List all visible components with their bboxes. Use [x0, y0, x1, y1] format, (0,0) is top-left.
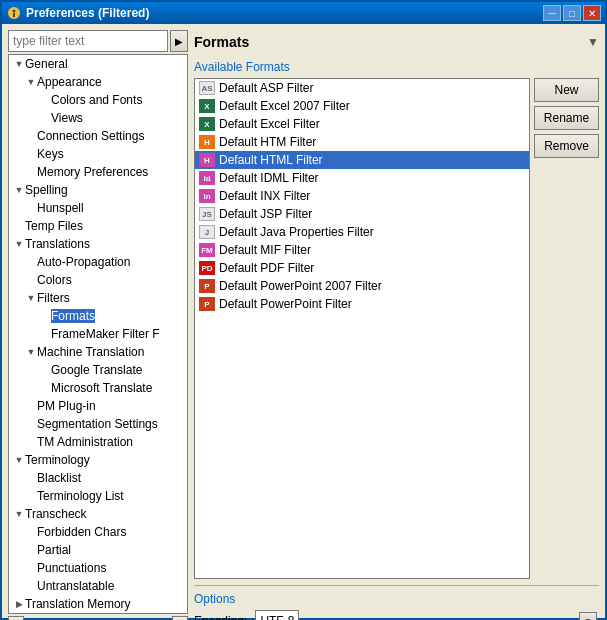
- tree-item-segmentation[interactable]: Segmentation Settings: [9, 415, 187, 433]
- label-general[interactable]: General: [25, 57, 68, 71]
- expander-machine-translation[interactable]: ▼: [25, 346, 37, 358]
- format-label-mif[interactable]: Default MIF Filter: [219, 243, 311, 257]
- tree-item-framemaker[interactable]: FrameMaker Filter F: [9, 325, 187, 343]
- tree-item-formats[interactable]: Formats: [9, 307, 187, 325]
- format-label-idml[interactable]: Default IDML Filter: [219, 171, 319, 185]
- format-item-inx[interactable]: In Default INX Filter: [195, 187, 529, 205]
- expander-appearance[interactable]: ▼: [25, 76, 37, 88]
- label-machine-translation[interactable]: Machine Translation: [37, 345, 144, 359]
- format-label-html[interactable]: Default HTML Filter: [219, 153, 323, 167]
- label-forbidden-chars[interactable]: Forbidden Chars: [37, 525, 126, 539]
- format-label-htm[interactable]: Default HTM Filter: [219, 135, 316, 149]
- label-transcheck[interactable]: Transcheck: [25, 507, 87, 521]
- tree-item-spelling[interactable]: ▼ Spelling: [9, 181, 187, 199]
- label-colors[interactable]: Colors: [37, 273, 72, 287]
- formats-list[interactable]: AS Default ASP Filter X Default Excel 20…: [194, 78, 530, 579]
- panel-collapse-arrow[interactable]: ▼: [587, 35, 599, 49]
- tree-item-punctuations[interactable]: Punctuations: [9, 559, 187, 577]
- label-framemaker[interactable]: FrameMaker Filter F: [51, 327, 160, 341]
- tree-item-general[interactable]: ▼ General: [9, 55, 187, 73]
- format-item-java[interactable]: J Default Java Properties Filter: [195, 223, 529, 241]
- tree-item-auto-propagation[interactable]: Auto-Propagation: [9, 253, 187, 271]
- label-keys[interactable]: Keys: [37, 147, 64, 161]
- format-label-pptx[interactable]: Default PowerPoint 2007 Filter: [219, 279, 382, 293]
- label-punctuations[interactable]: Punctuations: [37, 561, 106, 575]
- tree-item-connection[interactable]: Connection Settings: [9, 127, 187, 145]
- tree-item-appearance[interactable]: ▼ Appearance: [9, 73, 187, 91]
- label-terminology[interactable]: Terminology: [25, 453, 90, 467]
- label-auto-propagation[interactable]: Auto-Propagation: [37, 255, 130, 269]
- format-label-ppt[interactable]: Default PowerPoint Filter: [219, 297, 352, 311]
- format-label-java[interactable]: Default Java Properties Filter: [219, 225, 374, 239]
- format-label-inx[interactable]: Default INX Filter: [219, 189, 310, 203]
- label-translation-memory[interactable]: Translation Memory: [25, 597, 131, 611]
- format-item-pptx[interactable]: P Default PowerPoint 2007 Filter: [195, 277, 529, 295]
- expander-filters[interactable]: ▼: [25, 292, 37, 304]
- tree-item-keys[interactable]: Keys: [9, 145, 187, 163]
- tree-item-partial[interactable]: Partial: [9, 541, 187, 559]
- tree-item-forbidden-chars[interactable]: Forbidden Chars: [9, 523, 187, 541]
- label-spelling[interactable]: Spelling: [25, 183, 68, 197]
- format-item-htm[interactable]: H Default HTM Filter: [195, 133, 529, 151]
- tree-scroll-left[interactable]: ◀: [8, 616, 24, 620]
- format-item-idml[interactable]: Id Default IDML Filter: [195, 169, 529, 187]
- tree-item-google-translate[interactable]: Google Translate: [9, 361, 187, 379]
- expander-translation-memory[interactable]: ▶: [13, 598, 25, 610]
- label-pm-plugin[interactable]: PM Plug-in: [37, 399, 96, 413]
- encoding-select[interactable]: UTF-8: [255, 610, 299, 620]
- label-microsoft-translate[interactable]: Microsoft Translate: [51, 381, 152, 395]
- label-blacklist[interactable]: Blacklist: [37, 471, 81, 485]
- label-partial[interactable]: Partial: [37, 543, 71, 557]
- tree-container[interactable]: ▼ General ▼ Appearance: [8, 54, 188, 614]
- label-translations[interactable]: Translations: [25, 237, 90, 251]
- new-button[interactable]: New: [534, 78, 599, 102]
- label-hunspell[interactable]: Hunspell: [37, 201, 84, 215]
- tree-item-transcheck[interactable]: ▼ Transcheck: [9, 505, 187, 523]
- label-filters[interactable]: Filters: [37, 291, 70, 305]
- expander-terminology[interactable]: ▼: [13, 454, 25, 466]
- expander-translations[interactable]: ▼: [13, 238, 25, 250]
- format-item-excel2007[interactable]: X Default Excel 2007 Filter: [195, 97, 529, 115]
- label-terminology-list[interactable]: Terminology List: [37, 489, 124, 503]
- maximize-button[interactable]: □: [563, 5, 581, 21]
- label-connection[interactable]: Connection Settings: [37, 129, 144, 143]
- tree-item-blacklist[interactable]: Blacklist: [9, 469, 187, 487]
- remove-button[interactable]: Remove: [534, 134, 599, 158]
- label-temp-files[interactable]: Temp Files: [25, 219, 83, 233]
- tree-item-translations[interactable]: ▼ Translations: [9, 235, 187, 253]
- label-colors-fonts[interactable]: Colors and Fonts: [51, 93, 142, 107]
- label-formats[interactable]: Formats: [51, 309, 95, 323]
- format-item-pdf[interactable]: PD Default PDF Filter: [195, 259, 529, 277]
- format-item-excel[interactable]: X Default Excel Filter: [195, 115, 529, 133]
- format-item-jsp[interactable]: JS Default JSP Filter: [195, 205, 529, 223]
- tree-item-pm-plugin[interactable]: PM Plug-in: [9, 397, 187, 415]
- label-tm-admin[interactable]: TM Administration: [37, 435, 133, 449]
- tree-scroll-right[interactable]: ▶: [172, 616, 188, 620]
- label-google-translate[interactable]: Google Translate: [51, 363, 142, 377]
- format-label-excel2007[interactable]: Default Excel 2007 Filter: [219, 99, 350, 113]
- tree-item-translation-memory[interactable]: ▶ Translation Memory: [9, 595, 187, 613]
- minimize-button[interactable]: ─: [543, 5, 561, 21]
- format-label-excel[interactable]: Default Excel Filter: [219, 117, 320, 131]
- label-views[interactable]: Views: [51, 111, 83, 125]
- expander-general[interactable]: ▼: [13, 58, 25, 70]
- filter-button[interactable]: ▶: [170, 30, 188, 52]
- expander-spelling[interactable]: ▼: [13, 184, 25, 196]
- tree-item-terminology-list[interactable]: Terminology List: [9, 487, 187, 505]
- label-untranslatable[interactable]: Untranslatable: [37, 579, 114, 593]
- format-item-ppt[interactable]: P Default PowerPoint Filter: [195, 295, 529, 313]
- format-label-asp[interactable]: Default ASP Filter: [219, 81, 314, 95]
- tree-item-terminology[interactable]: ▼ Terminology: [9, 451, 187, 469]
- format-label-pdf[interactable]: Default PDF Filter: [219, 261, 314, 275]
- tree-item-temp-files[interactable]: Temp Files: [9, 217, 187, 235]
- expander-transcheck[interactable]: ▼: [13, 508, 25, 520]
- tree-item-untranslatable[interactable]: Untranslatable: [9, 577, 187, 595]
- filter-input[interactable]: [8, 30, 168, 52]
- tree-item-filters[interactable]: ▼ Filters: [9, 289, 187, 307]
- tree-item-colors-fonts[interactable]: Colors and Fonts: [9, 91, 187, 109]
- label-appearance[interactable]: Appearance: [37, 75, 102, 89]
- label-segmentation[interactable]: Segmentation Settings: [37, 417, 158, 431]
- tree-item-microsoft-translate[interactable]: Microsoft Translate: [9, 379, 187, 397]
- format-item-html[interactable]: H Default HTML Filter: [195, 151, 529, 169]
- format-item-asp[interactable]: AS Default ASP Filter: [195, 79, 529, 97]
